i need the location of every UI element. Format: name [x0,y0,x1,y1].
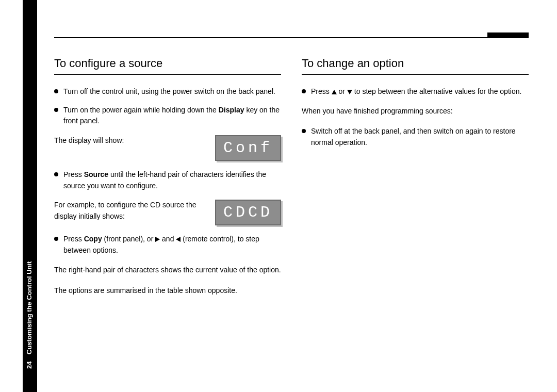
step-list: Press or to step between the alternative… [302,86,529,97]
step-item: Switch off at the back panel, and then s… [302,126,529,148]
left-column: To configure a source Turn off the contr… [54,57,281,305]
lcd-display-conf: Conf [215,135,281,161]
body-text: The options are summarised in the table … [54,285,281,297]
key-copy: Copy [84,235,102,243]
side-label: 24 Customising the Control Unit [25,211,35,377]
right-column: To change an option Press or to step bet… [302,57,529,305]
body-text: The right-hand pair of characters shows … [54,265,281,276]
key-display: Display [219,106,244,114]
left-arrow-icon [176,237,181,242]
step-item: Turn off the control unit, using the pow… [54,86,281,97]
step-item: Press Source until the left-hand pair of… [54,169,281,191]
body-text: The display will show: [54,135,206,146]
body-text: When you have finished programming sourc… [302,106,529,117]
step-list: Press Source until the left-hand pair of… [54,169,281,191]
top-rule [54,37,529,38]
page-number: 24 [25,362,33,369]
step-list: Press Copy (front panel), or and (remote… [54,234,281,256]
key-source: Source [84,170,108,178]
right-arrow-icon [155,237,160,242]
content: To configure a source Turn off the contr… [54,57,529,305]
step-item: Turn on the power again while holding do… [54,105,281,127]
step-item: Press or to step between the alternative… [302,86,529,97]
section-heading-change: To change an option [302,57,529,75]
down-arrow-icon [347,90,352,94]
chapter-title: Customising the Control Unit [25,261,33,354]
up-arrow-icon [332,90,337,94]
step-item: Press Copy (front panel), or and (remote… [54,234,281,256]
body-text: For example, to configure the CD source … [54,200,206,222]
step-list: Turn off the control unit, using the pow… [54,86,281,127]
display-row: For example, to configure the CD source … [54,200,281,225]
step-list: Switch off at the back panel, and then s… [302,126,529,148]
lcd-display-cdcd: CDCD [215,200,281,225]
display-row: The display will show: Conf [54,135,281,161]
section-heading-configure: To configure a source [54,57,281,75]
top-tab [487,32,529,38]
